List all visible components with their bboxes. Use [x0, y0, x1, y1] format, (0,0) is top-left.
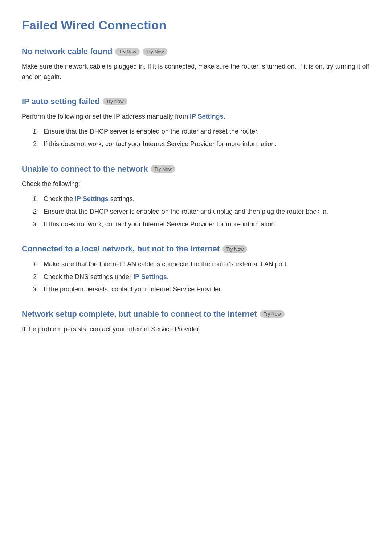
section-title-setup-complete: Network setup complete, but unable to co… [22, 309, 370, 319]
section-title-ip-auto: IP auto setting failed Try Now [22, 97, 370, 106]
ip-settings-link-1[interactable]: IP Settings [190, 113, 224, 120]
list-item: 2. If this does not work, contact your I… [33, 139, 370, 150]
try-now-button-1b[interactable]: Try Now [143, 48, 167, 56]
list-item: 1. Check the IP Settings settings. [33, 193, 370, 205]
try-now-button-5[interactable]: Try Now [260, 310, 285, 318]
section-title-local-network: Connected to a local network, but not to… [22, 244, 370, 254]
section-desc-unable-connect: Check the following: [22, 179, 370, 189]
section-list-unable-connect: 1. Check the IP Settings settings. 2. En… [22, 193, 370, 230]
list-item: 1. Make sure that the Internet LAN cable… [33, 259, 370, 270]
section-desc-ip-auto: Perform the following or set the IP addr… [22, 111, 370, 122]
section-no-cable: No network cable found Try Now Try Now M… [22, 47, 370, 82]
try-now-button-4[interactable]: Try Now [222, 245, 247, 253]
section-desc-setup-complete: If the problem persists, contact your In… [22, 324, 370, 335]
section-local-network: Connected to a local network, but not to… [22, 244, 370, 295]
list-item: 2. Check the DNS settings under IP Setti… [33, 271, 370, 283]
list-item: 3. If the problem persists, contact your… [33, 284, 370, 295]
section-unable-connect: Unable to connect to the network Try Now… [22, 164, 370, 230]
ip-settings-link-2[interactable]: IP Settings [75, 195, 109, 202]
list-item: 1. Ensure that the DHCP server is enable… [33, 126, 370, 137]
page-title: Failed Wired Connection [22, 18, 370, 32]
section-title-unable-connect: Unable to connect to the network Try Now [22, 164, 370, 174]
section-desc-no-cable: Make sure the network cable is plugged i… [22, 61, 370, 82]
section-list-local-network: 1. Make sure that the Internet LAN cable… [22, 259, 370, 295]
try-now-button-3[interactable]: Try Now [151, 165, 175, 173]
section-setup-complete: Network setup complete, but unable to co… [22, 309, 370, 335]
section-ip-auto: IP auto setting failed Try Now Perform t… [22, 97, 370, 150]
section-title-no-cable: No network cable found Try Now Try Now [22, 47, 370, 56]
ip-settings-link-3[interactable]: IP Settings [133, 273, 167, 280]
list-item: 3. If this does not work, contact your I… [33, 219, 370, 230]
section-list-ip-auto: 1. Ensure that the DHCP server is enable… [22, 126, 370, 149]
list-item: 2. Ensure that the DHCP server is enable… [33, 206, 370, 217]
try-now-button-2[interactable]: Try Now [103, 98, 127, 105]
try-now-button-1a[interactable]: Try Now [115, 48, 140, 56]
